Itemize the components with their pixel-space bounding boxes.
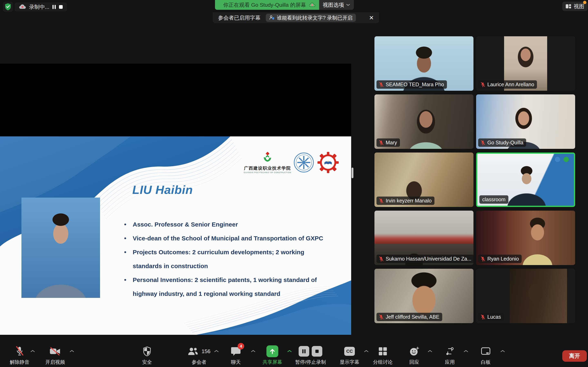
recording-label: 录制中...	[29, 3, 49, 11]
share-screen-label: 共享屏幕	[263, 359, 282, 365]
participant-tile[interactable]: Go Study-Quilla	[476, 94, 575, 149]
muted-mic-icon	[480, 82, 485, 87]
security-shield-icon	[5, 3, 11, 10]
chevron-up-icon[interactable]	[500, 350, 505, 353]
slide-title: LIU Haibin	[132, 183, 193, 197]
participant-tile[interactable]: Laurice Ann Arellano	[476, 36, 575, 91]
pause-stop-recording-label: 暂停/停止录制	[295, 359, 326, 365]
shield-icon	[143, 346, 151, 356]
chevron-up-icon[interactable]	[69, 350, 74, 353]
video-off-icon	[50, 347, 61, 356]
participant-name: Mary	[386, 140, 397, 146]
whiteboard-icon	[481, 347, 491, 356]
share-screen-icon	[269, 348, 276, 355]
start-video-label: 开启视频	[45, 359, 65, 365]
muted-mic-icon	[379, 198, 384, 203]
captions-notification-bar: 参会者已启用字幕 谁能看到此转录文字? 录制已开启 ✕	[213, 12, 379, 23]
pause-stop-recording-button[interactable]: 暂停/停止录制	[295, 345, 326, 365]
bullet-item: Projects Outcomes: 2 curriculum developm…	[124, 245, 343, 273]
participant-name-pill: Ryan Ledonio	[478, 255, 522, 263]
view-options-button[interactable]: 视图选项	[319, 0, 354, 10]
participant-tile[interactable]: SEAMEO TED_Mara Pho	[374, 36, 474, 91]
participant-name-pill: Lucas	[478, 313, 504, 321]
reactions-button[interactable]: 回应	[409, 345, 419, 365]
shared-slide: 广西建设职业技术学院 GUANGXI POLYTECHNIC OF CONSTR…	[0, 136, 351, 335]
reactions-icon	[409, 346, 419, 356]
participant-tile[interactable]: Mary	[374, 94, 474, 149]
apps-button[interactable]: 应用	[445, 345, 455, 365]
stop-recording-icon[interactable]	[312, 346, 322, 357]
chevron-up-icon[interactable]	[463, 350, 468, 353]
seameo-ted-logo	[318, 152, 339, 173]
chat-button[interactable]: 4 聊天	[231, 345, 241, 365]
whiteboard-button[interactable]: 白板	[481, 345, 491, 365]
muted-mic-icon	[15, 346, 24, 356]
chevron-down-icon	[346, 4, 350, 6]
leave-meeting-button[interactable]: 离开	[562, 350, 587, 362]
slide-logos: 广西建设职业技术学院 GUANGXI POLYTECHNIC OF CONSTR…	[242, 152, 340, 176]
scrollbar-thumb[interactable]	[352, 167, 354, 178]
bullet-text: Vice-dean of the School of Municipal and…	[133, 231, 343, 245]
chevron-up-icon[interactable]	[287, 350, 292, 353]
participant-name-pill: Jeff clifford Sevilla, ABE	[376, 313, 442, 321]
breakout-rooms-button[interactable]: 分组讨论	[373, 345, 393, 365]
gallery-view-icon	[566, 4, 572, 8]
chevron-up-icon[interactable]	[30, 350, 35, 353]
bullet-text: standards in construction	[133, 259, 343, 273]
participant-name: Sukarno Hassan/Universidad De Za...	[386, 256, 471, 262]
watching-banner-text: 你正在观看 Go Study-Quilla 的屏幕	[223, 1, 306, 8]
apps-icon	[445, 347, 454, 356]
breakout-rooms-label: 分组讨论	[373, 359, 393, 365]
participant-tile[interactable]: Lucas	[476, 269, 575, 323]
participants-label: 参会者	[192, 359, 207, 365]
recording-indicator: 录制中...	[15, 2, 67, 11]
participants-icon	[188, 347, 198, 356]
shared-screen-frame: 广西建设职业技术学院 GUANGXI POLYTECHNIC OF CONSTR…	[0, 64, 351, 284]
bullet-text: Personal Inventions: 2 scientific patent…	[133, 273, 343, 287]
participant-tile[interactable]: Jeff clifford Sevilla, ABE	[374, 269, 474, 323]
participant-name: Jeff clifford Sevilla, ABE	[386, 314, 439, 320]
pause-recording-icon[interactable]	[299, 346, 309, 357]
participant-video	[510, 269, 567, 323]
unmute-button[interactable]: 解除静音	[10, 345, 29, 365]
close-icon[interactable]: ✕	[369, 15, 374, 21]
participants-count: 156	[201, 348, 210, 355]
watching-screen-banner: 你正在观看 Go Study-Quilla 的屏幕	[215, 0, 319, 10]
participant-tile[interactable]: Ryan Ledonio	[476, 211, 575, 265]
start-video-button[interactable]: 开启视频	[45, 345, 65, 365]
notification-dot	[583, 1, 586, 4]
muted-mic-icon	[379, 140, 384, 145]
apps-label: 应用	[445, 359, 455, 365]
transcript-notice-text: 谁能看到此转录文字? 录制已开启	[277, 15, 353, 21]
stop-recording-button[interactable]	[59, 5, 63, 9]
share-screen-button[interactable]: 共享屏幕	[263, 345, 282, 365]
chevron-up-icon[interactable]	[214, 350, 219, 353]
show-captions-button[interactable]: CC 显示字幕	[340, 345, 359, 365]
security-button[interactable]: 安全	[142, 345, 152, 365]
participant-tile[interactable]: Irvin keyzerr Manalo	[374, 152, 474, 207]
transcript-visibility-button[interactable]: 谁能看到此转录文字? 录制已开启	[266, 14, 356, 22]
chevron-up-icon[interactable]	[364, 350, 369, 353]
bullet-text: Assoc. Professor & Senior Engineer	[133, 217, 343, 231]
gxpc-logo-en-text: GUANGXI POLYTECHNIC OF CONSTRUCTION	[242, 171, 293, 174]
participant-name-pill: Laurice Ann Arellano	[478, 80, 537, 89]
gxpc-logo-icon	[261, 152, 274, 165]
participants-button[interactable]: 156 参会者	[188, 345, 210, 365]
bullet-text: highway industry, and 1 regional working…	[133, 287, 343, 301]
muted-mic-icon	[480, 140, 485, 145]
participant-tile[interactable]: Sukarno Hassan/Universidad De Za...	[374, 211, 474, 265]
show-captions-label: 显示字幕	[340, 359, 359, 365]
screen-share-banner-group: 你正在观看 Go Study-Quilla 的屏幕 视图选项	[215, 0, 354, 10]
chevron-up-icon[interactable]	[251, 350, 256, 353]
cloud-recording-icon	[19, 4, 26, 9]
pause-recording-button[interactable]	[52, 5, 56, 9]
participant-name-pill: Go Study-Quilla	[478, 138, 526, 147]
participant-tile-active-speaker[interactable]: classroom	[476, 152, 575, 207]
gxpc-logo: 广西建设职业技术学院 GUANGXI POLYTECHNIC OF CONSTR…	[242, 152, 293, 174]
chevron-up-icon[interactable]	[428, 350, 432, 353]
participant-name-pill: Mary	[376, 138, 400, 147]
participant-name-pill: Sukarno Hassan/Universidad De Za...	[376, 255, 474, 263]
chat-badge: 4	[238, 343, 244, 350]
chat-label: 聊天	[231, 359, 241, 365]
muted-mic-icon	[480, 314, 485, 320]
